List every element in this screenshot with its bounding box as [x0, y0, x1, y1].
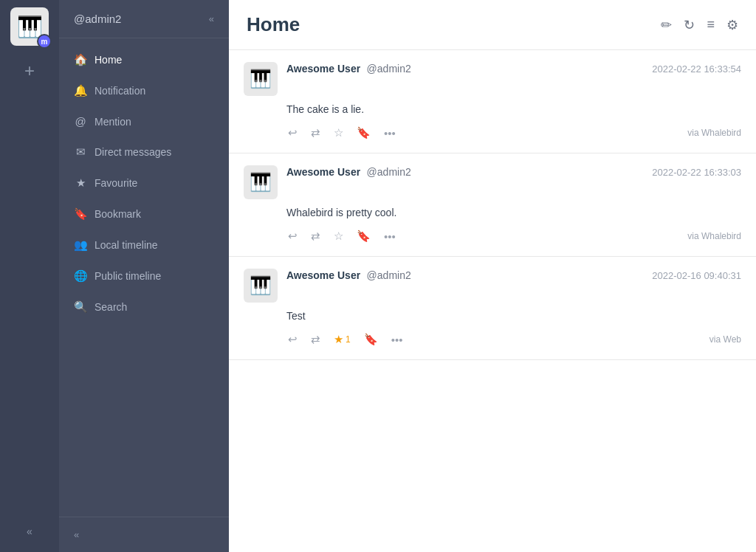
post-username: Awesome User: [286, 166, 360, 178]
post-user-info: Awesome User @admin2: [286, 165, 411, 179]
home-nav-label: Home: [94, 54, 122, 66]
post-meta: Awesome User @admin2 2022-02-16 09:40:31: [286, 269, 741, 282]
post-avatar-icon: 🎹: [250, 275, 272, 296]
sidebar-item-bookmark[interactable]: 🔖 Bookmark: [59, 199, 229, 230]
main-header: Home ✏ ↻ ≡ ⚙: [229, 0, 756, 50]
post-timestamp: 2022-02-22 16:33:03: [652, 167, 741, 178]
post-timestamp: 2022-02-16 09:40:31: [652, 270, 741, 281]
sidebar-item-mention[interactable]: @ Mention: [59, 106, 229, 137]
piano-icon: 🎹: [17, 15, 43, 39]
sidebar-item-home[interactable]: 🏠 Home: [59, 44, 229, 75]
favourite-nav-icon: ★: [74, 176, 87, 190]
post-actions: ↩ ⇄ ☆ 🔖 •••: [286, 125, 397, 141]
post-actions: ↩ ⇄ ★1 🔖 •••: [286, 331, 404, 348]
post-username: Awesome User: [286, 63, 360, 75]
post-content: Whalebird is pretty cool.: [286, 205, 741, 221]
sidebar-item-direct-messages[interactable]: ✉ Direct messages: [59, 137, 229, 168]
post-user-handle: @admin2: [367, 269, 411, 281]
public-timeline-nav-icon: 🌐: [74, 269, 87, 283]
post-meta: Awesome User @admin2 2022-02-22 16:33:03: [286, 165, 741, 179]
notification-nav-label: Notification: [94, 85, 145, 97]
post-item: 🎹 Awesome User @admin2 2022-02-22 16:33:…: [229, 153, 756, 257]
post-user-row: Awesome User @admin2 2022-02-22 16:33:03: [286, 165, 741, 179]
public-timeline-nav-label: Public timeline: [94, 270, 161, 282]
sidebar-header: @admin2 «: [59, 0, 229, 38]
post-item: 🎹 Awesome User @admin2 2022-02-16 09:40:…: [229, 257, 756, 360]
sidebar: @admin2 « 🏠 Home 🔔 Notification @ Mentio…: [59, 0, 229, 552]
sidebar-nav: 🏠 Home 🔔 Notification @ Mention ✉ Direct…: [59, 38, 229, 517]
sidebar-item-favourite[interactable]: ★ Favourite: [59, 168, 229, 199]
star-button[interactable]: ☆: [332, 125, 345, 141]
refresh-icon[interactable]: ↻: [684, 17, 695, 33]
reply-button[interactable]: ↩: [286, 228, 299, 244]
search-nav-icon: 🔍: [74, 300, 87, 314]
more-button[interactable]: •••: [382, 229, 397, 244]
post-source: via Whalebird: [397, 231, 741, 241]
post-avatar: 🎹: [244, 165, 278, 199]
post-username: Awesome User: [286, 269, 360, 281]
sidebar-footer: «: [59, 517, 229, 552]
home-nav-icon: 🏠: [74, 53, 87, 66]
reply-button[interactable]: ↩: [286, 125, 299, 141]
more-button[interactable]: •••: [382, 125, 397, 141]
repost-button[interactable]: ⇄: [309, 228, 322, 244]
post-item: 🎹 Awesome User @admin2 2022-02-22 16:33:…: [229, 50, 756, 153]
post-user-row: Awesome User @admin2 2022-02-16 09:40:31: [286, 269, 741, 282]
post-user-handle: @admin2: [367, 63, 411, 75]
bookmark-nav-label: Bookmark: [94, 208, 141, 220]
favourite-nav-label: Favourite: [94, 177, 137, 189]
bookmark-nav-icon: 🔖: [74, 207, 87, 221]
sidebar-item-search[interactable]: 🔍 Search: [59, 291, 229, 322]
local-timeline-nav-icon: 👥: [74, 238, 87, 252]
header-actions: ✏ ↻ ≡ ⚙: [661, 17, 738, 33]
post-timestamp: 2022-02-22 16:33:54: [652, 63, 741, 75]
mention-nav-icon: @: [74, 115, 87, 128]
mastodon-badge: m: [37, 34, 52, 49]
post-header: 🎹 Awesome User @admin2 2022-02-22 16:33:…: [244, 165, 741, 199]
post-actions: ↩ ⇄ ☆ 🔖 •••: [286, 228, 397, 244]
page-title: Home: [247, 13, 300, 36]
mention-nav-label: Mention: [94, 116, 131, 128]
direct-messages-nav-icon: ✉: [74, 145, 87, 159]
collapse-icon-bar-button[interactable]: «: [21, 520, 38, 543]
sidebar-footer-collapse-button[interactable]: «: [71, 526, 217, 543]
post-content: Test: [286, 308, 741, 324]
list-icon[interactable]: ≡: [707, 17, 715, 32]
avatar[interactable]: 🎹 m: [10, 7, 49, 46]
notification-nav-icon: 🔔: [74, 84, 87, 97]
search-nav-label: Search: [94, 301, 127, 313]
post-source: via Whalebird: [397, 128, 741, 138]
post-meta: Awesome User @admin2 2022-02-22 16:33:54: [286, 62, 741, 75]
post-avatar: 🎹: [244, 269, 278, 303]
bookmark-button[interactable]: 🔖: [362, 331, 379, 348]
compose-icon[interactable]: ✏: [661, 17, 672, 33]
post-source: via Web: [404, 334, 741, 345]
post-user-info: Awesome User @admin2: [286, 62, 411, 75]
sidebar-account-name: @admin2: [74, 13, 121, 25]
sidebar-collapse-button[interactable]: «: [206, 10, 217, 27]
star-button[interactable]: ★1: [332, 331, 352, 348]
bookmark-button[interactable]: 🔖: [355, 125, 372, 141]
post-header: 🎹 Awesome User @admin2 2022-02-16 09:40:…: [244, 269, 741, 303]
post-avatar: 🎹: [244, 62, 278, 96]
star-button[interactable]: ☆: [332, 228, 345, 244]
sidebar-item-notification[interactable]: 🔔 Notification: [59, 75, 229, 106]
sidebar-item-local-timeline[interactable]: 👥 Local timeline: [59, 230, 229, 261]
direct-messages-nav-label: Direct messages: [94, 146, 171, 158]
more-button[interactable]: •••: [390, 332, 405, 348]
sidebar-item-public-timeline[interactable]: 🌐 Public timeline: [59, 261, 229, 291]
reply-button[interactable]: ↩: [286, 331, 299, 348]
post-user-info: Awesome User @admin2: [286, 269, 411, 282]
post-user-handle: @admin2: [367, 166, 411, 178]
settings-icon[interactable]: ⚙: [726, 17, 738, 33]
main-content: Home ✏ ↻ ≡ ⚙ 🎹 Awesome User @admin2 2022…: [229, 0, 756, 552]
add-account-button[interactable]: +: [16, 58, 43, 84]
icon-bar: 🎹 m + «: [0, 0, 59, 552]
repost-button[interactable]: ⇄: [309, 125, 322, 141]
post-content: The cake is a lie.: [286, 102, 741, 117]
bookmark-button[interactable]: 🔖: [355, 228, 372, 244]
local-timeline-nav-label: Local timeline: [94, 239, 158, 251]
repost-button[interactable]: ⇄: [309, 331, 322, 348]
post-avatar-icon: 🎹: [250, 172, 272, 193]
post-avatar-icon: 🎹: [250, 69, 272, 89]
